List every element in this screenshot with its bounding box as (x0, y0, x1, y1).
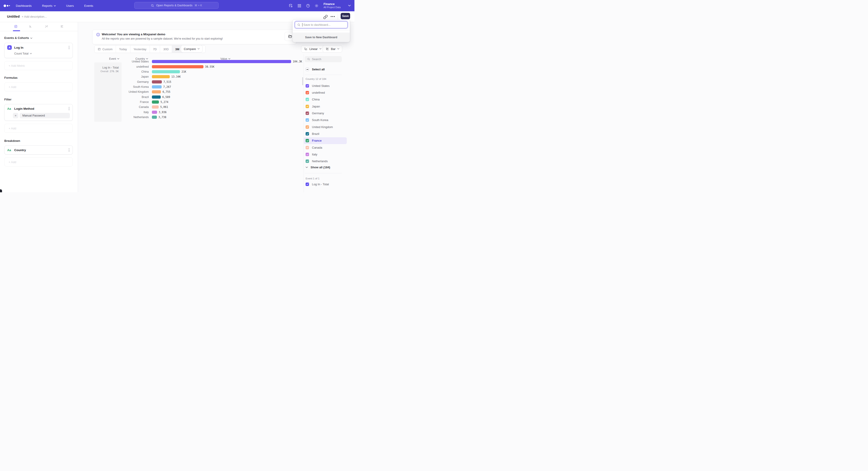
save-button[interactable]: Save (341, 13, 350, 19)
series-checkbox[interactable] (306, 91, 309, 94)
series-checkbox[interactable] (306, 182, 309, 186)
kebab-menu-icon[interactable] (68, 46, 70, 50)
country-filter-item[interactable]: Italy (304, 151, 347, 158)
report-description-placeholder[interactable]: + Add description... (22, 15, 47, 18)
chart-value-label: 13.34K (171, 75, 181, 78)
add-formula-button[interactable]: + Add (4, 82, 73, 91)
add-metric-button[interactable]: + Add Metric (4, 61, 73, 70)
country-filter-item[interactable]: Japan (304, 103, 347, 110)
country-filter-item[interactable]: Canada (304, 144, 347, 151)
scrollbar-thumb[interactable] (302, 77, 303, 85)
date-range-button[interactable]: Custom (94, 46, 116, 53)
help-icon[interactable] (306, 4, 310, 8)
chart-bar[interactable] (152, 111, 157, 114)
series-checkbox[interactable] (306, 125, 309, 129)
chart-bar[interactable] (152, 106, 159, 109)
metric-event-name[interactable]: Log In (14, 46, 24, 49)
country-filter-item[interactable]: France (304, 137, 347, 144)
series-checkbox[interactable] (306, 118, 309, 122)
nav-item[interactable]: Dashboards (14, 4, 33, 8)
project-switcher[interactable]: Finance All Project Data (323, 2, 341, 9)
date-range-button[interactable]: 7D (150, 46, 160, 53)
series-checkbox[interactable] (306, 146, 309, 149)
country-filter-label: Japan (312, 105, 320, 108)
chart-bar[interactable] (152, 70, 180, 73)
country-filter-item[interactable]: Netherlands (304, 158, 347, 165)
event-filter-item[interactable]: Log In - Total (306, 181, 329, 187)
series-checkbox[interactable] (306, 139, 309, 142)
column-header-event[interactable]: Event (109, 57, 119, 60)
project-chevron-down-icon[interactable] (348, 5, 351, 6)
country-filter-item[interactable]: South Korea (304, 117, 347, 123)
compare-button[interactable]: Compare (181, 45, 203, 53)
tab-funnels[interactable] (28, 24, 33, 29)
breakdown-card[interactable]: Aa Country (4, 145, 73, 154)
chart-bar[interactable] (152, 90, 161, 93)
country-filter-item[interactable]: China (304, 96, 347, 103)
primary-nav: Dashboards Reports Users Events (14, 0, 94, 11)
series-checkbox[interactable] (306, 132, 309, 136)
chart-scale-button[interactable]: Linear (301, 45, 324, 53)
filter-property-name[interactable]: Login Method (14, 107, 34, 110)
chart-bar[interactable] (152, 80, 162, 84)
series-checkbox[interactable] (306, 153, 309, 156)
more-options-icon[interactable] (331, 16, 335, 17)
settings-gear-icon[interactable] (314, 4, 319, 8)
events-cohorts-header[interactable]: Events & Cohorts (4, 36, 73, 39)
series-checkbox[interactable] (306, 84, 309, 88)
country-filter-item[interactable]: Brazil (304, 130, 347, 137)
add-filter-button[interactable]: + Add (4, 124, 73, 133)
nav-item[interactable]: Users (65, 4, 75, 8)
tab-retention[interactable] (59, 24, 65, 29)
metric-card[interactable]: A Log In Count Total (4, 43, 73, 58)
kebab-menu-icon[interactable] (68, 107, 70, 111)
chart-bar[interactable] (152, 65, 204, 68)
legend-search-input[interactable]: Search (305, 56, 342, 62)
country-filter-item[interactable]: Germany (304, 110, 347, 117)
chart-bar[interactable] (152, 75, 170, 78)
tab-insights[interactable] (13, 24, 19, 29)
save-to-new-dashboard-button[interactable]: Save to New Dashboard (293, 33, 350, 42)
filter-card[interactable]: Aa Login Method = Manual Password (4, 104, 73, 121)
breakdown-property-name[interactable]: Country (14, 148, 26, 152)
chevron-down-icon (54, 5, 56, 6)
chart-bar[interactable] (152, 60, 291, 63)
country-filter-item[interactable]: undefined (304, 89, 347, 96)
filter-value[interactable]: Manual Password (20, 113, 70, 118)
series-checkbox[interactable] (306, 105, 309, 108)
metric-aggregation[interactable]: Count Total (14, 52, 70, 55)
date-range-button[interactable]: 30D (160, 46, 172, 53)
report-title[interactable]: Untitled (7, 14, 20, 18)
add-breakdown-button[interactable]: + Add (4, 157, 73, 167)
nav-item[interactable]: Reports (41, 4, 57, 8)
chart-type-button[interactable]: Bar (322, 45, 342, 53)
series-checkbox[interactable] (306, 159, 309, 163)
country-filter-item[interactable]: United Kingdom (304, 123, 347, 130)
chart-bar[interactable] (152, 95, 161, 99)
mixpanel-logo[interactable] (4, 0, 10, 11)
tab-flows[interactable] (43, 24, 49, 29)
save-dashboard-search-input[interactable]: Save to dashboard... (295, 21, 348, 28)
data-management-icon[interactable] (289, 4, 293, 8)
apps-grid-icon[interactable] (297, 4, 302, 8)
select-all-row[interactable]: Select all (306, 68, 324, 71)
search-placeholder: Open Reports & Dashboards (156, 4, 193, 7)
show-all-toggle[interactable]: Show all (184) (306, 166, 330, 169)
series-checkbox[interactable] (306, 112, 309, 115)
date-range-button[interactable]: Yesterday (130, 46, 150, 53)
metric-letter-badge: A (7, 45, 12, 50)
country-filter-item[interactable]: United States (304, 82, 347, 89)
project-name: Finance (323, 2, 341, 6)
chart-bar[interactable] (152, 85, 162, 88)
global-search[interactable]: Open Reports & Dashboards ⌘ + K (134, 2, 219, 9)
series-checkbox[interactable] (306, 98, 309, 101)
chart-bar[interactable] (152, 116, 157, 119)
filter-operator[interactable]: = (13, 113, 18, 118)
chart-bar[interactable] (152, 100, 159, 104)
event-summary-box[interactable]: Log In - Total Overall 276.5K (94, 62, 122, 122)
date-range-button[interactable]: Today (116, 46, 130, 53)
nav-item[interactable]: Events (83, 4, 95, 8)
copy-link-icon[interactable] (323, 15, 328, 19)
select-all-checkbox[interactable] (306, 68, 309, 71)
kebab-menu-icon[interactable] (68, 148, 70, 152)
